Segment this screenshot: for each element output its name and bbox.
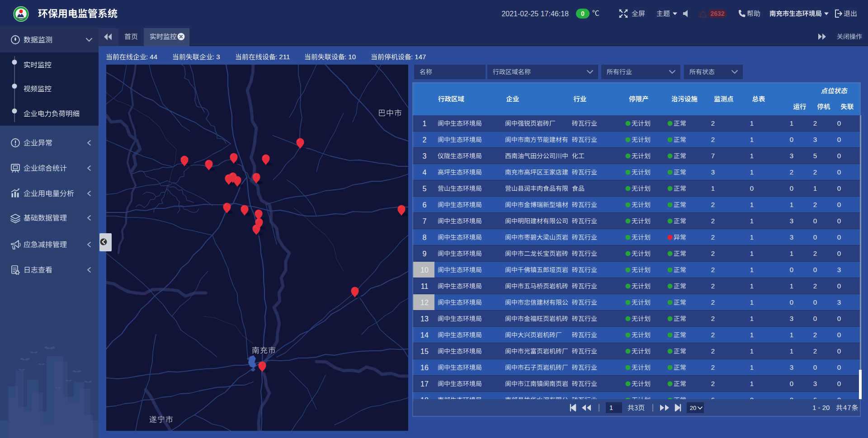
svg-text:5: 5 <box>423 185 427 193</box>
svg-text:2: 2 <box>813 282 817 290</box>
svg-text:1: 1 <box>790 331 793 339</box>
svg-text:0: 0 <box>837 347 841 355</box>
svg-text:3: 3 <box>790 315 793 322</box>
svg-text:7: 7 <box>423 217 427 225</box>
svg-text:4: 4 <box>423 169 427 176</box>
svg-text:0: 0 <box>790 136 793 143</box>
svg-text:0: 0 <box>750 184 754 192</box>
svg-text:1: 1 <box>790 282 793 290</box>
svg-text:: 147: : 147 <box>411 53 426 61</box>
svg-text:0: 0 <box>790 266 793 273</box>
svg-text:0: 0 <box>837 282 841 290</box>
svg-text:1: 1 <box>790 250 793 257</box>
svg-text:3: 3 <box>790 363 793 371</box>
svg-text:3: 3 <box>813 136 817 143</box>
svg-text:20: 20 <box>690 405 696 411</box>
svg-text:1: 1 <box>750 331 754 339</box>
svg-text:2: 2 <box>813 168 817 176</box>
svg-text:0: 0 <box>790 380 793 387</box>
svg-text:0: 0 <box>813 363 817 371</box>
svg-text:0: 0 <box>813 217 817 225</box>
svg-text:13: 13 <box>420 315 429 323</box>
svg-text:0: 0 <box>837 201 841 208</box>
svg-text:2: 2 <box>711 363 715 371</box>
svg-text:2: 2 <box>813 347 817 355</box>
svg-text:0: 0 <box>813 315 817 322</box>
svg-text:0: 0 <box>813 233 817 241</box>
svg-text:2: 2 <box>423 136 427 144</box>
svg-text:0: 0 <box>837 184 841 192</box>
svg-text:2: 2 <box>711 136 715 143</box>
svg-text:0: 0 <box>837 380 841 387</box>
svg-text:14: 14 <box>420 331 429 339</box>
svg-text:2: 2 <box>813 250 817 257</box>
svg-text:2: 2 <box>711 217 715 225</box>
svg-text:0: 0 <box>813 298 817 306</box>
svg-text:1: 1 <box>750 168 754 176</box>
svg-text:1: 1 <box>750 201 754 208</box>
svg-text:: 211: : 211 <box>275 53 290 61</box>
svg-text:: 3: : 3 <box>212 53 220 61</box>
svg-text:2: 2 <box>711 250 715 257</box>
svg-text:1: 1 <box>750 315 754 322</box>
svg-text:1: 1 <box>750 266 754 273</box>
svg-text:1: 1 <box>609 404 613 411</box>
svg-text:6: 6 <box>423 201 427 209</box>
svg-text:2: 2 <box>711 331 715 339</box>
svg-text:2: 2 <box>711 266 715 273</box>
svg-text:0: 0 <box>837 250 841 257</box>
svg-text:0: 0 <box>837 152 841 160</box>
svg-text:3: 3 <box>711 168 715 176</box>
svg-text:8: 8 <box>423 234 427 241</box>
svg-text:3: 3 <box>837 266 841 273</box>
svg-text:3: 3 <box>790 217 793 225</box>
svg-text:2: 2 <box>711 201 715 208</box>
svg-text:17: 17 <box>420 380 429 388</box>
svg-text:9: 9 <box>423 250 427 258</box>
svg-text:0: 0 <box>837 233 841 241</box>
svg-text:3: 3 <box>790 233 793 241</box>
svg-text:3: 3 <box>813 380 817 387</box>
svg-text:0: 0 <box>837 363 841 371</box>
svg-text:3: 3 <box>790 152 793 160</box>
svg-text:11: 11 <box>421 283 429 290</box>
svg-text:2: 2 <box>711 233 715 241</box>
svg-text:: 10: : 10 <box>344 53 356 61</box>
svg-text:1: 1 <box>750 152 754 160</box>
svg-text:2: 2 <box>711 282 715 290</box>
svg-text:0: 0 <box>790 298 793 306</box>
svg-text:2021-02-25 17:46:18: 2021-02-25 17:46:18 <box>501 10 569 18</box>
svg-text:3: 3 <box>837 298 841 306</box>
svg-text:1: 1 <box>750 250 754 257</box>
svg-text:1: 1 <box>750 136 754 143</box>
svg-text:1: 1 <box>790 201 793 208</box>
svg-text:2: 2 <box>813 331 817 339</box>
svg-text:1: 1 <box>750 217 754 225</box>
svg-text:5: 5 <box>813 152 817 160</box>
svg-text:1: 1 <box>790 119 793 127</box>
svg-text:10: 10 <box>420 266 429 274</box>
svg-text:0: 0 <box>837 136 841 143</box>
svg-text:0: 0 <box>837 315 841 322</box>
svg-text:2632: 2632 <box>710 10 724 17</box>
svg-text:7: 7 <box>711 152 715 160</box>
svg-text:2: 2 <box>711 347 715 355</box>
svg-text:: 44: : 44 <box>146 53 157 61</box>
svg-text:2: 2 <box>813 201 817 208</box>
svg-text:12: 12 <box>420 299 429 306</box>
svg-text:1: 1 <box>790 347 793 355</box>
svg-text:1: 1 <box>423 120 427 127</box>
svg-text:1: 1 <box>750 363 754 371</box>
svg-text:2: 2 <box>711 315 715 322</box>
svg-text:2: 2 <box>813 119 817 127</box>
svg-text:1: 1 <box>750 298 754 306</box>
svg-text:0: 0 <box>837 331 841 339</box>
svg-text:0: 0 <box>813 266 817 273</box>
svg-text:1: 1 <box>750 119 754 127</box>
svg-text:1: 1 <box>711 184 715 192</box>
svg-text:1: 1 <box>750 380 754 387</box>
svg-text:2: 2 <box>711 298 715 306</box>
svg-text:0: 0 <box>837 168 841 176</box>
svg-text:2: 2 <box>790 168 793 176</box>
svg-text:2: 2 <box>711 119 715 127</box>
